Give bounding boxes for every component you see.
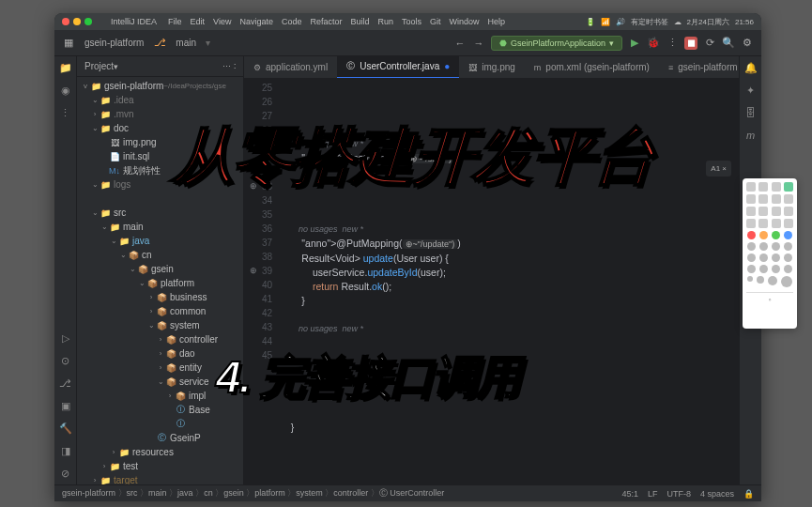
system-tray: 🔋📶🔊 有定时书签 ☁2月24日周六 21:56: [586, 17, 754, 27]
breadcrumb-item[interactable]: platform: [254, 488, 296, 498]
overlay-title: 从零搭建开发平台: [64, 115, 763, 199]
menu-view[interactable]: View: [213, 17, 231, 26]
tree-item[interactable]: ›📦controller: [77, 332, 243, 346]
time-text: 21:56: [735, 18, 754, 26]
menu-file[interactable]: File: [168, 17, 182, 26]
run-icon[interactable]: ▶: [628, 37, 641, 50]
breadcrumb-item[interactable]: cn: [204, 488, 223, 498]
breadcrumb-item[interactable]: main: [148, 488, 177, 498]
editor-tab[interactable]: 🖼img.png: [459, 56, 525, 79]
vcs-icon: ⎇: [153, 37, 166, 50]
window-controls[interactable]: [62, 18, 92, 25]
run-tool-icon[interactable]: ▷: [54, 327, 76, 349]
notifications-icon[interactable]: 🔔: [740, 56, 761, 79]
gear-icon[interactable]: ⚙: [741, 37, 754, 50]
status-enc[interactable]: UTF-8: [666, 489, 691, 499]
breadcrumb-item[interactable]: java: [177, 488, 204, 498]
menu-run[interactable]: Run: [378, 17, 394, 26]
tree-item[interactable]: ›📁resources: [77, 445, 243, 459]
menu-help[interactable]: Help: [488, 17, 506, 26]
tree-item[interactable]: ⌄📁main: [77, 220, 243, 234]
services-tool-icon[interactable]: ▣: [54, 394, 76, 417]
forward-icon[interactable]: →: [472, 37, 485, 50]
tree-item[interactable]: ⌄📁java: [77, 234, 243, 248]
git-tool-icon[interactable]: ⎇: [54, 372, 76, 394]
editor-tab[interactable]: ⚙application.yml: [244, 56, 337, 79]
maximize-icon[interactable]: [84, 18, 92, 25]
ide-window: IntelliJ IDEA FileEditViewNavigateCodeRe…: [54, 13, 761, 501]
menu-refactor[interactable]: Refactor: [310, 17, 342, 26]
tree-item[interactable]: ⌄📦gsein: [77, 262, 243, 276]
menu-build[interactable]: Build: [350, 17, 369, 26]
project-tool-icon[interactable]: 📁: [54, 56, 76, 79]
tree-item[interactable]: ⌄📁src: [77, 206, 243, 220]
status-indent[interactable]: 4 spaces: [700, 489, 734, 499]
breadcrumb-item[interactable]: src: [127, 488, 149, 498]
close-icon[interactable]: [62, 18, 69, 25]
app-name: IntelliJ IDEA: [111, 17, 157, 26]
editor-tabs[interactable]: ⚙application.ymlⒸUserController.java●🖼im…: [244, 56, 739, 79]
stop-icon[interactable]: ◼: [684, 37, 697, 50]
build-tool-icon[interactable]: 🔨: [54, 417, 76, 439]
status-pos[interactable]: 45:1: [621, 489, 638, 499]
tree-item[interactable]: ›📁test: [77, 459, 243, 473]
tree-item[interactable]: ›📁target: [77, 473, 243, 484]
breadcrumb[interactable]: gsein-platformsrcmainjavacngseinplatform…: [62, 487, 444, 499]
tree-item[interactable]: ⌄📦platform: [77, 276, 243, 290]
breadcrumb-item[interactable]: gsein-platform: [62, 488, 127, 498]
project-name[interactable]: gsein-platform: [84, 38, 144, 48]
menu-window[interactable]: Window: [450, 17, 480, 26]
tree-item[interactable]: Ⓘ: [77, 417, 243, 431]
project-icon[interactable]: ▦: [62, 37, 75, 50]
ai-icon[interactable]: ✦: [740, 79, 761, 101]
branch-name[interactable]: main: [176, 38, 196, 48]
menu-code[interactable]: Code: [282, 17, 302, 26]
breadcrumb-item[interactable]: Ⓒ UserController: [379, 488, 445, 498]
toolbar: ▦ gsein-platform ⎇ main ▾ ← → ⬣ GseinPla…: [54, 30, 761, 56]
statusbar: gsein-platformsrcmainjavacngseinplatform…: [54, 484, 761, 501]
more-icon[interactable]: ⋮: [666, 37, 679, 50]
breadcrumb-item[interactable]: controller: [333, 488, 379, 498]
drawing-palette[interactable]: ◦: [743, 178, 797, 329]
tree-root[interactable]: v📁gsein-platform ~/IdeaProjects/gse: [77, 79, 243, 93]
tree-item[interactable]: ›📦business: [77, 290, 243, 304]
run-configuration[interactable]: ⬣ GseinPlatformApplication ▾: [491, 36, 622, 51]
debug-icon[interactable]: 🐞: [647, 37, 660, 50]
editor-tab[interactable]: ≡gsein-platform: [659, 56, 739, 79]
problems-tool-icon[interactable]: ⊘: [54, 462, 76, 484]
menubar: IntelliJ IDEA FileEditViewNavigateCodeRe…: [54, 13, 761, 30]
overlay-subtitle: 4. 完善接口调用: [216, 347, 742, 407]
tree-item[interactable]: ⌄📦system: [77, 318, 243, 332]
tree-item[interactable]: ⒸGseinP: [77, 431, 243, 445]
tree-item[interactable]: ⌄📁.idea: [77, 93, 243, 107]
breadcrumb-item[interactable]: gsein: [223, 488, 254, 498]
status-text: 有定时书签: [631, 17, 668, 27]
breadcrumb-item[interactable]: system: [296, 488, 333, 498]
commit-tool-icon[interactable]: ◉: [54, 79, 76, 101]
back-icon[interactable]: ←: [453, 37, 467, 50]
debug-tool-icon[interactable]: ⊙: [54, 349, 76, 372]
menu-navigate[interactable]: Navigate: [239, 17, 273, 26]
editor-tab[interactable]: ⒸUserController.java●: [337, 56, 459, 79]
sidebar-header[interactable]: Project ▾ ⋯ ∶: [77, 56, 243, 77]
minimize-icon[interactable]: [73, 18, 81, 25]
tree-item[interactable]: ›📦common: [77, 304, 243, 318]
tree-item[interactable]: ⌄📦cn: [77, 248, 243, 262]
search-icon[interactable]: 🔍: [722, 37, 735, 50]
status-lf[interactable]: LF: [648, 489, 658, 499]
update-icon[interactable]: ⟳: [703, 37, 716, 50]
menu-git[interactable]: Git: [430, 17, 441, 26]
menu-tools[interactable]: Tools: [402, 17, 421, 26]
editor-tab[interactable]: mpom.xml (gsein-platform): [525, 56, 659, 79]
date-text: 2月24日周六: [687, 17, 729, 27]
terminal-tool-icon[interactable]: ◨: [54, 439, 76, 462]
menu-edit[interactable]: Edit: [191, 17, 206, 26]
readonly-icon[interactable]: 🔒: [743, 489, 754, 499]
